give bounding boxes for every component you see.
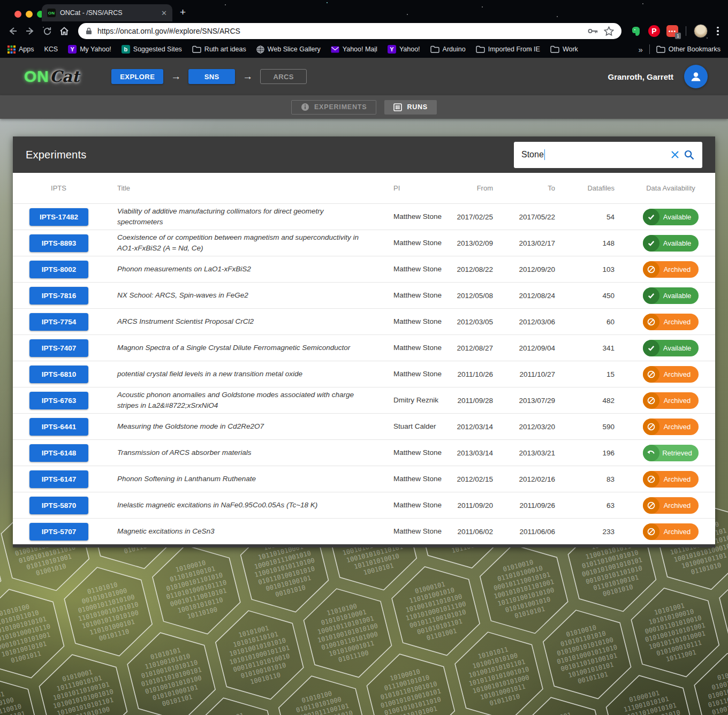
bookmark-item[interactable]: bSuggested Sites (122, 45, 182, 54)
no-entry-icon (647, 475, 656, 484)
search-input[interactable]: Stone (514, 142, 702, 168)
breadcrumb-explore-button[interactable]: EXPLORE (111, 69, 163, 84)
ipts-button[interactable]: IPTS-6810 (29, 366, 88, 383)
suggested-sites-icon: b (122, 45, 130, 54)
no-entry-icon (647, 317, 656, 326)
bookmark-item[interactable]: YMy Yahoo! (68, 45, 111, 54)
browser-menu-icon[interactable] (713, 25, 723, 37)
date-to: 2012/03/20 (493, 423, 555, 431)
ipts-button[interactable]: IPTS-6148 (29, 444, 88, 462)
browser-tab[interactable]: ON ONCat - /SNS/ARCS ✕ (42, 4, 172, 21)
url-bar[interactable]: https://oncat.ornl.gov/#/explore/SNS/ARC… (78, 23, 621, 39)
breadcrumb-sns-button[interactable]: SNS (188, 69, 235, 84)
bookmark-item[interactable]: Arduino (430, 45, 466, 53)
home-icon[interactable] (57, 24, 72, 39)
other-bookmarks-button[interactable]: Other Bookmarks (656, 45, 721, 53)
experiments-panel-header: Experiments Stone (13, 136, 715, 173)
table-header-row: IPTS Title PI From To Datafiles Data Ava… (13, 173, 715, 203)
pi-name: Matthew Stone (381, 500, 447, 511)
breadcrumb-arrow-icon: → (171, 71, 181, 82)
back-icon[interactable] (5, 24, 20, 39)
experiment-title: ARCS Instrument Scientist Proposal CrCl2 (104, 316, 381, 327)
ipts-button[interactable]: IPTS-7754 (29, 313, 88, 331)
date-from: 2012/05/08 (447, 292, 493, 300)
pi-name: Matthew Stone (381, 238, 447, 248)
no-entry-icon (647, 422, 656, 431)
folder-icon (430, 45, 439, 53)
ipts-button[interactable]: IPTS-6441 (29, 418, 88, 436)
clear-search-icon[interactable] (668, 148, 682, 162)
table-row: IPTS-6441 Measuring the Goldstone mode i… (13, 413, 715, 439)
search-value[interactable]: Stone (521, 150, 544, 159)
experiment-title: Transmission of ARCS absorber materials (104, 447, 381, 458)
bookmark-item[interactable]: Work (550, 45, 578, 53)
pi-name: Matthew Stone (381, 447, 447, 458)
date-from: 2012/03/14 (447, 423, 493, 431)
browser-profile-avatar[interactable] (694, 24, 708, 38)
column-header-ipts[interactable]: IPTS (13, 184, 104, 192)
tab-close-icon[interactable]: ✕ (161, 9, 167, 17)
oncat-logo[interactable]: ONCat (24, 67, 79, 86)
pi-name: Stuart Calder (381, 421, 447, 432)
column-header-datafiles[interactable]: Datafiles (555, 184, 615, 192)
bookmark-star-icon[interactable] (604, 26, 614, 36)
url-text[interactable]: https://oncat.ornl.gov/#/explore/SNS/ARC… (97, 27, 582, 35)
table-row: IPTS-8893 Coexistence of or competition … (13, 230, 715, 256)
breadcrumb-arcs-button[interactable]: ARCS (260, 69, 307, 84)
column-header-title[interactable]: Title (104, 184, 381, 192)
pinterest-extension-icon[interactable]: P (648, 25, 661, 37)
minimize-window-button[interactable] (26, 11, 33, 18)
ipts-button[interactable]: IPTS-5870 (29, 497, 88, 514)
bookmarks-overflow-chevron[interactable]: » (638, 45, 642, 54)
evernote-extension-icon[interactable] (630, 25, 642, 37)
ipts-button[interactable]: IPTS-8893 (29, 234, 88, 252)
bookmark-item[interactable]: Ruth art ideas (192, 45, 246, 53)
date-to: 2012/08/24 (493, 292, 555, 300)
window-controls[interactable] (14, 11, 44, 18)
column-header-availability[interactable]: Data Availability (615, 184, 715, 192)
user-account-button[interactable] (684, 65, 708, 88)
ipts-button[interactable]: IPTS-17482 (29, 208, 88, 226)
ipts-button[interactable]: IPTS-7816 (29, 287, 88, 305)
new-tab-button[interactable]: + (180, 7, 186, 17)
oncat-header: ONCat EXPLORE → SNS → ARCS Granroth, Gar… (0, 58, 728, 95)
datafiles-count: 148 (555, 239, 615, 247)
undo-arrow-icon (647, 448, 656, 458)
bookmark-item[interactable]: Yahoo! Mail (331, 45, 377, 53)
ipts-button[interactable]: IPTS-6763 (29, 392, 88, 409)
date-to: 2013/02/17 (493, 239, 555, 247)
column-header-from[interactable]: From (447, 184, 493, 192)
column-header-to[interactable]: To (493, 184, 555, 192)
notes-extension-icon[interactable]: ••• 1 (666, 25, 679, 37)
status-badge: Available (643, 287, 699, 304)
pi-name: Matthew Stone (381, 343, 447, 353)
bookmark-item[interactable]: YYahoo! (388, 45, 420, 54)
ipts-button[interactable]: IPTS-5707 (29, 523, 88, 541)
search-icon[interactable] (682, 148, 696, 162)
bookmark-item[interactable]: Apps (7, 45, 34, 54)
tab-title: ONCat - /SNS/ARCS (60, 9, 157, 17)
tab-runs[interactable]: RUNS (384, 100, 437, 115)
experiment-title: Magnetic excitations in CeSn3 (104, 526, 381, 537)
column-header-pi[interactable]: PI (381, 184, 447, 192)
experiment-title: Acoustic phonon anomalies and Goldstone … (104, 390, 381, 410)
experiment-title: Phonon Softening in Lanthanum Ruthenate (104, 474, 381, 484)
close-window-button[interactable] (14, 11, 21, 18)
status-label: Archived (659, 265, 699, 273)
forward-icon[interactable] (22, 24, 37, 39)
bookmark-item[interactable]: Imported From IE (476, 45, 540, 53)
text-cursor (544, 149, 545, 160)
ipts-button[interactable]: IPTS-6147 (29, 470, 88, 488)
bookmark-item[interactable]: KCS (44, 45, 58, 53)
ipts-button[interactable]: IPTS-8002 (29, 261, 88, 278)
pi-name: Matthew Stone (381, 290, 447, 301)
date-to: 2011/09/26 (493, 501, 555, 509)
refresh-icon[interactable] (40, 24, 55, 39)
ipts-button[interactable]: IPTS-7407 (29, 339, 88, 357)
status-label: Archived (659, 528, 699, 536)
password-key-icon[interactable] (588, 28, 598, 34)
bookmark-item[interactable]: Web Slice Gallery (256, 45, 321, 54)
table-row: IPTS-7407 Magnon Spectra of a Single Cry… (13, 334, 715, 361)
date-to: 2011/10/27 (493, 370, 555, 378)
tab-experiments[interactable]: EXPERIMENTS (291, 100, 376, 115)
